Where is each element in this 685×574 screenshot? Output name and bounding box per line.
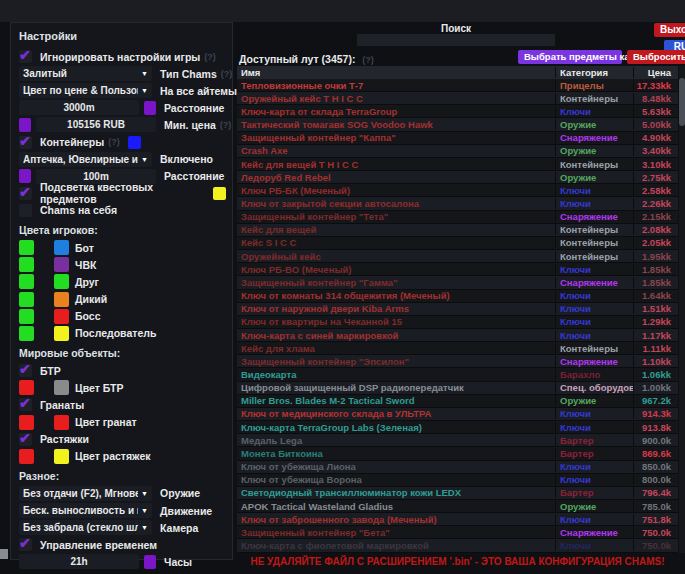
table-row[interactable]: ВидеокартаБарахло1.06kk	[237, 368, 678, 381]
table-row[interactable]: Ледоруб Red RebelОружие2.75kk	[237, 171, 678, 184]
table-row[interactable]: Ключ от убежища ВоронаКлючи800.0k	[237, 474, 678, 487]
select-kappa-items-button[interactable]: Выбрать предметы каппа	[518, 50, 622, 64]
distance-color-swatch[interactable]	[144, 101, 156, 115]
item-name: Светодиодный трансиллюминатор кожи LEDX	[237, 487, 555, 498]
weapon-dropdown[interactable]: Без отдачи (F2), Мгновенное п ▼	[19, 486, 152, 501]
item-category: Ключи	[555, 290, 633, 301]
container-distance-color-swatch[interactable]	[19, 169, 31, 183]
table-row[interactable]: Оружейный кейсКонтейнеры1.95kk	[237, 250, 678, 263]
player-color-swatch-1[interactable]	[19, 292, 34, 307]
table-row[interactable]: Тепловизионные очки Т-7Прицелы17.33kk	[237, 79, 678, 92]
table-row[interactable]: Тактический томагавк SOG Voodoo HawkОруж…	[237, 118, 678, 131]
min-price-color-swatch[interactable]	[19, 118, 31, 132]
table-row[interactable]: Медаль LegaБартер900.0k	[237, 434, 678, 447]
player-color-swatch-1[interactable]	[19, 240, 34, 255]
exit-button[interactable]: Выход	[654, 23, 685, 37]
player-color-swatch-2[interactable]	[54, 326, 69, 341]
table-row[interactable]: Защищенный контейнер "Каппа"Снаряжение4.…	[237, 132, 678, 145]
scrollbar-thumb[interactable]	[679, 78, 685, 126]
table-row[interactable]: APOK Tactical Wasteland GladiusОружие785…	[237, 500, 678, 513]
btr-color-swatch-2[interactable]	[54, 380, 69, 395]
loot-table: Имя Категория Цена Тепловизионные очки Т…	[237, 66, 678, 553]
table-row[interactable]: Ключ от заброшенного завода (Меченый)Клю…	[237, 513, 678, 526]
movement-dropdown[interactable]: Беск. выносливость и нет уста ▼	[19, 503, 152, 518]
checkbox-checked-icon[interactable]	[19, 538, 32, 551]
color-by-price-dropdown[interactable]: Цвет по цене & Пользователь ▼	[19, 83, 152, 98]
help-icon[interactable]: (?)	[362, 55, 374, 65]
table-row[interactable]: Монета БиткоинаБартер869.6k	[237, 447, 678, 460]
player-color-swatch-1[interactable]	[19, 309, 34, 324]
container-filter-dropdown[interactable]: Аптечка, Ювелирные и... ▼	[19, 152, 152, 167]
drop-all-button[interactable]: Выбросить все	[627, 50, 685, 64]
table-row[interactable]: Кейс для вещей T H I C CКонтейнеры3.10kk	[237, 158, 678, 171]
column-header-price[interactable]: Цена	[633, 67, 678, 78]
grenade-color-swatch-2[interactable]	[54, 415, 69, 430]
search-input[interactable]	[357, 34, 555, 46]
table-row[interactable]: Кейс для хламаКонтейнеры1.11kk	[237, 342, 678, 355]
player-color-swatch-2[interactable]	[54, 257, 69, 272]
btr-color-swatch-1[interactable]	[19, 380, 34, 395]
grenade-color-label: Цвет гранат	[75, 416, 137, 428]
checkbox-checked-icon[interactable]	[19, 364, 32, 377]
hours-input[interactable]: 21h	[19, 554, 139, 569]
table-row[interactable]: Ключ от наружной двери Kiba ArmsКлючи1.5…	[237, 303, 678, 316]
column-header-category[interactable]: Категория	[555, 67, 633, 78]
min-price-input[interactable]: 105156 RUB	[36, 117, 156, 132]
table-row[interactable]: Цифровой защищенный DSP радиопередатчикС…	[237, 382, 678, 395]
help-icon[interactable]: (?)	[108, 137, 120, 147]
quest-highlight-color-swatch[interactable]	[213, 187, 226, 200]
table-row[interactable]: Оружейный кейс T H I C CКонтейнеры8.48kk	[237, 92, 678, 105]
containers-color-swatch[interactable]	[128, 136, 141, 149]
help-icon[interactable]: (?)	[220, 120, 232, 130]
table-row[interactable]: Защищенный контейнер "Эпсилон"Снаряжение…	[237, 355, 678, 368]
table-row[interactable]: Ключ-карта от склада TerraGroupКлючи5.63…	[237, 105, 678, 118]
distance-row: 3000m Расстояние	[19, 99, 226, 116]
distance-input[interactable]: 3000m	[19, 100, 139, 115]
table-row[interactable]: Ключ от квартиры на Чеканной 15Ключи1.29…	[237, 316, 678, 329]
checkbox-checked-icon[interactable]	[19, 50, 32, 63]
table-row[interactable]: Ключ от закрытой секции автосалонаКлючи2…	[237, 197, 678, 210]
item-category: Контейнеры	[555, 224, 633, 235]
table-row[interactable]: Ключ РБ-ВО (Меченый)Ключи1.85kk	[237, 263, 678, 276]
tripwire-color-swatch-2[interactable]	[54, 449, 69, 464]
player-color-swatch-1[interactable]	[19, 274, 34, 289]
table-row[interactable]: Защищенный контейнер "Бета"Снаряжение750…	[237, 526, 678, 539]
column-header-name[interactable]: Имя	[237, 67, 555, 78]
help-icon[interactable]: (?)	[204, 52, 216, 62]
table-row[interactable]: Кейс для вещейКонтейнеры2.08kk	[237, 224, 678, 237]
player-color-swatch-2[interactable]	[54, 309, 69, 324]
table-row[interactable]: Ключ-карта TerraGroup Labs (Зеленая)Ключ…	[237, 421, 678, 434]
loot-title-text: Доступный лут (3457):	[239, 53, 355, 65]
table-row[interactable]: Ключ от комнаты 314 общежития (Меченый)К…	[237, 290, 678, 303]
table-row[interactable]: Miller Bros. Blades M-2 Tactical SwordОр…	[237, 395, 678, 408]
table-row[interactable]: Защищенный контейнер "Тета"Снаряжение2.1…	[237, 211, 678, 224]
table-row[interactable]: Ключ РБ-БК (Меченый)Ключи2.58kk	[237, 184, 678, 197]
table-row[interactable]: Crash AxeОружие3.40kk	[237, 145, 678, 158]
tripwire-color-swatch-1[interactable]	[19, 449, 34, 464]
hours-color-swatch[interactable]	[144, 555, 156, 569]
table-row[interactable]: Ключ-карта с синей маркировкойКлючи1.17k…	[237, 329, 678, 342]
table-row[interactable]: Ключ от медицинского склада в УЛЬТРАКлюч…	[237, 408, 678, 421]
table-row[interactable]: Ключ от убежища ЛионаКлючи850.0k	[237, 461, 678, 474]
camera-dropdown[interactable]: Без забрала (стекло шлема) ▼	[19, 520, 152, 535]
player-color-swatch-1[interactable]	[19, 326, 34, 341]
table-row[interactable]: Защищенный контейнер "Гамма"Снаряжение1.…	[237, 276, 678, 289]
player-color-swatch-2[interactable]	[54, 240, 69, 255]
checkbox-checked-icon[interactable]	[19, 187, 32, 200]
containers-row: Контейнеры (?)	[19, 133, 226, 150]
table-row[interactable]: Ключ-карта с фиолетовой маркировкойКлючи…	[237, 539, 678, 552]
checkbox-unchecked-icon[interactable]	[19, 204, 32, 217]
player-color-swatch-2[interactable]	[54, 274, 69, 289]
checkbox-checked-icon[interactable]	[19, 136, 32, 149]
grenade-color-swatch-1[interactable]	[19, 415, 34, 430]
checkbox-checked-icon[interactable]	[19, 433, 32, 446]
table-scrollbar[interactable]	[679, 66, 685, 553]
chams-type-dropdown[interactable]: Залитый ▼	[19, 66, 152, 81]
table-row[interactable]: Светодиодный трансиллюминатор кожи LEDXБ…	[237, 487, 678, 500]
player-color-swatch-2[interactable]	[54, 292, 69, 307]
checkbox-checked-icon[interactable]	[19, 398, 32, 411]
chams-self-label: Chams на себя	[40, 204, 117, 216]
table-row[interactable]: Кейс S I C CКонтейнеры2.05kk	[237, 237, 678, 250]
help-icon[interactable]: (?)	[221, 69, 233, 79]
player-color-swatch-1[interactable]	[19, 257, 34, 272]
